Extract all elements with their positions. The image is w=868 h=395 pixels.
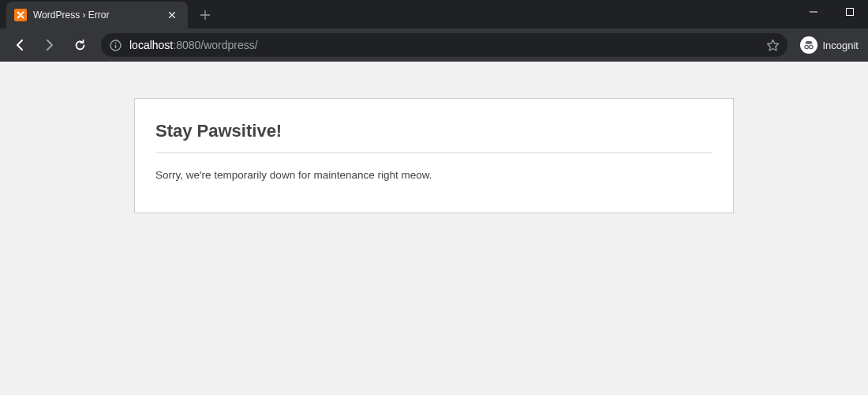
maximize-button[interactable] [832, 0, 868, 24]
site-info-icon[interactable] [109, 39, 122, 51]
close-tab-icon[interactable] [166, 9, 178, 21]
forward-button[interactable] [36, 33, 63, 57]
new-tab-button[interactable] [194, 4, 216, 26]
error-message: Sorry, we're temporarily down for mainte… [155, 169, 713, 181]
bookmark-star-icon[interactable] [766, 39, 780, 52]
url-host: localhost [129, 39, 173, 51]
incognito-indicator[interactable]: Incognit [795, 36, 862, 54]
reload-button[interactable] [66, 33, 93, 57]
window-controls [795, 0, 868, 28]
tab-title: WordPress › Error [33, 9, 159, 21]
svg-rect-1 [847, 9, 854, 16]
tab-strip: WordPress › Error [0, 0, 868, 28]
url-path: :8080/wordpress/ [173, 39, 257, 51]
incognito-icon [800, 36, 817, 54]
svg-point-6 [810, 45, 813, 48]
minimize-button[interactable] [795, 0, 832, 24]
incognito-label: Incognit [822, 40, 859, 51]
svg-point-3 [114, 42, 116, 43]
error-card: Stay Pawsitive! Sorry, we're temporarily… [134, 98, 734, 213]
page-content: Stay Pawsitive! Sorry, we're temporarily… [0, 62, 868, 395]
error-heading: Stay Pawsitive! [155, 121, 713, 153]
navigation-bar: localhost:8080/wordpress/ Incognit [0, 28, 868, 62]
xampp-favicon-icon [14, 9, 27, 21]
browser-chrome: WordPress › Error localhost:8080/wordpre… [0, 0, 868, 62]
address-bar[interactable]: localhost:8080/wordpress/ [101, 33, 788, 57]
svg-point-5 [805, 45, 808, 48]
url-text: localhost:8080/wordpress/ [129, 39, 758, 51]
browser-tab[interactable]: WordPress › Error [6, 2, 188, 28]
back-button[interactable] [6, 33, 33, 57]
